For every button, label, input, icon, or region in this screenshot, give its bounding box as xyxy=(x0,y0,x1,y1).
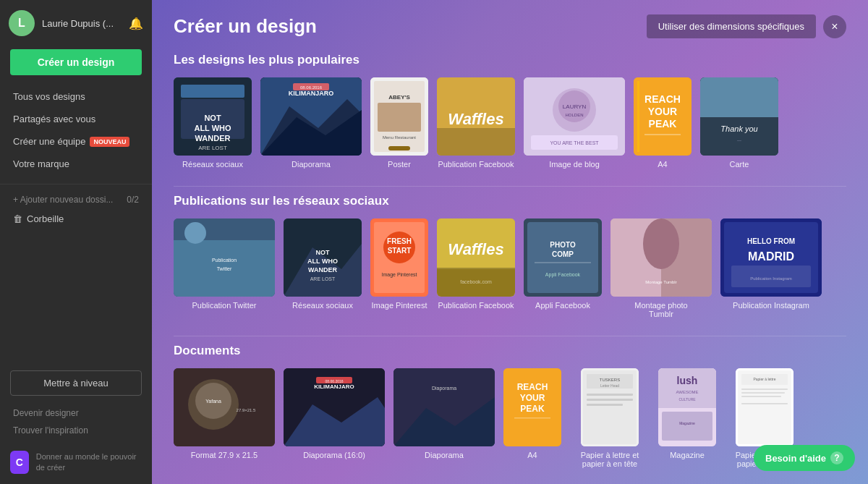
svg-text:YOU ARE THE BEST: YOU ARE THE BEST xyxy=(550,140,599,145)
svg-text:YOUR: YOUR xyxy=(648,106,677,117)
section-sociaux: Publications sur les réseaux sociaux Pub… xyxy=(152,187,868,336)
svg-text:COMP: COMP xyxy=(552,250,574,258)
thumb-a4doc: REACH YOUR PEAK xyxy=(503,368,561,446)
template-label: Publication Instagram xyxy=(733,301,809,310)
upgrade-button[interactable]: Mettre à niveau xyxy=(10,370,142,396)
avatar: L xyxy=(9,10,35,36)
template-a4doc[interactable]: REACH YOUR PEAK A4 xyxy=(503,368,561,468)
page-title: Créer un design xyxy=(174,15,317,38)
template-magazine[interactable]: lush AWESOME CULTURE Magazine Magazine xyxy=(658,368,716,468)
svg-rect-118 xyxy=(741,389,788,390)
template-blog[interactable]: LAURYN HOLDEN YOU ARE THE BEST Image de … xyxy=(524,77,625,169)
thumb-facebook2: Waffles facebook.com xyxy=(437,218,515,297)
sidebar-item-inspiration[interactable]: Trouver l'inspiration xyxy=(0,422,152,439)
header-actions: Utiliser des dimensions spécifiques × xyxy=(647,14,846,38)
template-diaporama3[interactable]: Diaporama Diaporama xyxy=(393,368,495,468)
svg-text:TUSKERS: TUSKERS xyxy=(600,378,620,382)
svg-text:Yafana: Yafana xyxy=(205,399,221,404)
svg-text:REACH: REACH xyxy=(644,93,681,105)
sidebar-item-partages[interactable]: Partagés avec vous xyxy=(0,108,152,130)
template-instagram[interactable]: HELLO FROM MADRID Publication Instagram … xyxy=(720,218,822,318)
template-poster[interactable]: ABEY'S Menu Restaurant Poster xyxy=(370,77,428,169)
template-label: Publication Facebook xyxy=(438,301,514,310)
thumb-facebook1: Waffles xyxy=(437,77,515,156)
thumb-diaporama3: Diaporama xyxy=(393,368,495,446)
template-facebook1[interactable]: Waffles Publication Facebook xyxy=(437,77,515,169)
svg-text:···: ··· xyxy=(737,138,741,143)
thumb-poster: ABEY'S Menu Restaurant xyxy=(370,77,428,156)
help-icon: ? xyxy=(830,451,843,464)
documents-grid: Yafana 27.9×21.5 Format 27.9 x 21.5 KILI… xyxy=(174,368,846,471)
thumb-papier: TUSKERS Letter Head xyxy=(581,368,639,446)
custom-size-button[interactable]: Utiliser des dimensions spécifiques xyxy=(647,14,816,38)
template-tumblr[interactable]: Montage Tumblr Montage photo Tumblr xyxy=(610,218,712,318)
svg-text:Thank you: Thank you xyxy=(720,124,757,133)
template-format[interactable]: Yafana 27.9×21.5 Format 27.9 x 21.5 xyxy=(174,368,275,468)
svg-text:HELLO FROM: HELLO FROM xyxy=(747,237,795,245)
svg-text:KILIMANJARO: KILIMANJARO xyxy=(289,90,334,97)
svg-text:REACH: REACH xyxy=(517,382,548,392)
template-reseaux[interactable]: NOT ALL WHO WANDER ARE LOST Réseaux soci… xyxy=(174,77,252,169)
template-a4[interactable]: REACH YOUR PEAK A4 xyxy=(634,77,692,169)
template-papier[interactable]: TUSKERS Letter Head Papier à lettre et p… xyxy=(570,368,650,468)
template-label: A4 xyxy=(658,160,667,169)
template-facebook2[interactable]: Waffles facebook.com Publication Faceboo… xyxy=(437,218,515,318)
user-name: Laurie Dupuis (... xyxy=(42,18,122,29)
populaires-grid: NOT ALL WHO WANDER ARE LOST Réseaux soci… xyxy=(174,77,846,171)
svg-text:Publication Instagram: Publication Instagram xyxy=(750,276,792,281)
close-button[interactable]: × xyxy=(823,15,846,38)
sidebar-item-designer[interactable]: Devenir designer xyxy=(0,404,152,422)
thumb-tumblr: Montage Tumblr xyxy=(610,218,712,297)
svg-text:MADRID: MADRID xyxy=(748,250,794,263)
section-populaires: Les designs les plus populaires NOT ALL … xyxy=(152,46,868,186)
svg-text:ALL WHO: ALL WHO xyxy=(194,124,231,132)
trash-icon: 🗑 xyxy=(13,213,22,224)
template-twitter[interactable]: Publication Twitter Publication Twitter xyxy=(174,218,275,318)
svg-text:Waffles: Waffles xyxy=(448,240,503,258)
svg-text:CULTURE: CULTURE xyxy=(678,397,696,402)
svg-point-45 xyxy=(184,222,206,244)
folder-row[interactable]: + Ajouter nouveau dossi... 0/2 xyxy=(0,190,152,209)
section-title-sociaux: Publications sur les réseaux sociaux xyxy=(174,194,846,208)
svg-text:08.06.2016: 08.06.2016 xyxy=(325,379,343,383)
sidebar-item-marque[interactable]: Votre marque xyxy=(0,153,152,175)
svg-text:Appli Facebook: Appli Facebook xyxy=(545,272,581,278)
svg-text:lush: lush xyxy=(677,375,698,386)
svg-text:KILIMANJARO: KILIMANJARO xyxy=(314,383,354,390)
template-reseaux2[interactable]: NOT ALL WHO WANDER ARE LOST Réseaux soci… xyxy=(284,218,362,318)
template-pinterest[interactable]: FRESH START Image Pinterest Image Pinter… xyxy=(370,218,428,318)
create-design-button[interactable]: Créer un design xyxy=(10,49,142,75)
template-label: Papier à lettre et papier à en tête xyxy=(570,451,650,468)
svg-text:Menu Restaurant: Menu Restaurant xyxy=(383,135,416,140)
svg-text:START: START xyxy=(388,247,412,255)
sociaux-grid: Publication Twitter Publication Twitter … xyxy=(174,218,846,321)
thumb-instagram: HELLO FROM MADRID Publication Instagram xyxy=(720,218,822,297)
help-button[interactable]: Besoin d'aide ? xyxy=(754,445,855,471)
svg-text:NOT: NOT xyxy=(316,249,331,256)
template-diaporama2[interactable]: KILIMANJARO 08.06.2016 Diaporama (16:0) xyxy=(284,368,385,468)
bell-icon[interactable]: 🔔 xyxy=(129,17,143,30)
template-appli[interactable]: PHOTO COMP Appli Facebook Appli Facebook xyxy=(524,218,602,318)
svg-rect-35 xyxy=(644,134,681,135)
template-carte[interactable]: Thank you ··· Carte xyxy=(700,77,778,169)
sidebar-item-tous-designs[interactable]: Tous vos designs xyxy=(0,85,152,108)
svg-text:YOUR: YOUR xyxy=(520,393,545,403)
svg-text:ARE LOST: ARE LOST xyxy=(310,276,336,281)
sidebar-item-label: Votre marque xyxy=(13,158,69,169)
svg-text:FRESH: FRESH xyxy=(387,237,412,245)
template-diaporama[interactable]: KILIMANJARO 08.06.2016 Diaporama xyxy=(260,77,362,169)
template-label: Diaporama xyxy=(292,160,331,169)
svg-rect-39 xyxy=(700,77,778,117)
folder-count: 0/2 xyxy=(127,195,139,205)
sidebar-item-corbeille[interactable]: 🗑 Corbeille xyxy=(0,209,152,229)
svg-rect-119 xyxy=(741,392,785,394)
svg-rect-36 xyxy=(637,81,639,152)
svg-text:AWESOME: AWESOME xyxy=(676,390,698,394)
canva-tagline: Donner au monde le pouvoir de créer xyxy=(36,451,142,474)
thumb-papier2: Papier à lettre xyxy=(736,368,793,446)
svg-text:WANDER: WANDER xyxy=(308,266,337,273)
template-label: Publication Facebook xyxy=(438,160,514,169)
sidebar-item-equipe[interactable]: Créer une équipe NOUVEAU xyxy=(0,130,152,153)
template-label: Diaporama (16:0) xyxy=(303,451,365,459)
svg-text:PHOTO: PHOTO xyxy=(550,241,576,249)
